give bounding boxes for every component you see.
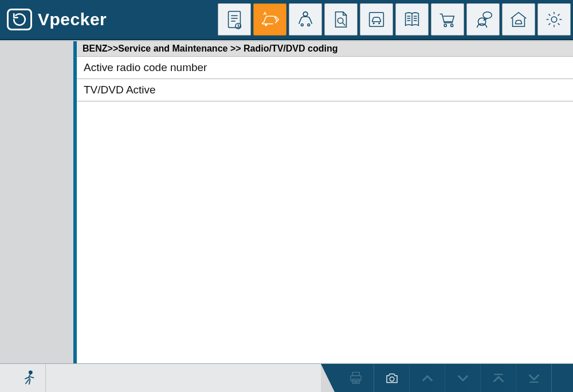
bottom-icon bbox=[525, 370, 543, 387]
scroll-down-button[interactable] bbox=[445, 364, 480, 392]
vehicle-icon bbox=[366, 9, 387, 30]
footer-left bbox=[0, 364, 321, 392]
feedback-icon bbox=[472, 9, 494, 30]
up-icon bbox=[419, 370, 436, 387]
main-area: BENZ>>Service and Maintenance >> Radio/T… bbox=[0, 40, 573, 363]
car-diag-icon bbox=[259, 9, 281, 30]
menu-list: Active radio code number TV/DVD Active bbox=[77, 57, 573, 101]
svg-point-22 bbox=[444, 24, 446, 26]
svg-point-34 bbox=[390, 377, 394, 381]
svg-point-13 bbox=[373, 22, 375, 24]
footer-right bbox=[321, 364, 573, 392]
down-icon bbox=[454, 370, 472, 387]
footer-bar bbox=[0, 363, 573, 392]
exit-button[interactable] bbox=[11, 364, 46, 392]
svg-point-7 bbox=[308, 24, 310, 26]
brand-logo: Vpecker bbox=[7, 9, 107, 30]
svg-point-23 bbox=[451, 24, 453, 26]
svg-point-6 bbox=[301, 24, 303, 26]
svg-point-25 bbox=[483, 12, 492, 18]
back-button[interactable] bbox=[551, 364, 573, 392]
print-icon bbox=[347, 370, 364, 387]
scroll-bottom-button[interactable] bbox=[516, 364, 551, 392]
report-icon bbox=[223, 9, 245, 30]
left-sidebar bbox=[0, 41, 73, 363]
camera-icon bbox=[383, 370, 401, 387]
shop-icon bbox=[437, 9, 458, 30]
back-icon bbox=[571, 370, 574, 387]
brand-name: Vpecker bbox=[38, 10, 107, 29]
svg-point-14 bbox=[378, 22, 380, 24]
toolbar-report[interactable] bbox=[218, 3, 251, 36]
brand-mark-icon bbox=[7, 9, 32, 30]
svg-point-27 bbox=[551, 17, 557, 22]
lookup-icon bbox=[330, 9, 352, 30]
breadcrumb: BENZ>>Service and Maintenance >> Radio/T… bbox=[77, 41, 573, 57]
scroll-up-button[interactable] bbox=[409, 364, 445, 392]
scroll-top-button[interactable] bbox=[480, 364, 516, 392]
svg-rect-29 bbox=[352, 372, 359, 375]
service-icon bbox=[295, 9, 316, 30]
garage-icon bbox=[508, 9, 529, 30]
toolbar-feedback[interactable] bbox=[466, 3, 500, 36]
toolbar-lookup[interactable] bbox=[324, 3, 358, 36]
toolbar-manual[interactable] bbox=[395, 3, 429, 36]
toolbar-diagnose[interactable] bbox=[253, 3, 286, 36]
screenshot-button[interactable] bbox=[374, 364, 409, 392]
list-item[interactable]: Active radio code number bbox=[77, 57, 573, 79]
content-panel: BENZ>>Service and Maintenance >> Radio/T… bbox=[73, 41, 573, 363]
svg-rect-11 bbox=[370, 13, 384, 27]
toolbar-vehicle[interactable] bbox=[360, 3, 393, 36]
svg-point-9 bbox=[337, 18, 343, 23]
list-item[interactable]: TV/DVD Active bbox=[77, 79, 573, 101]
top-icon bbox=[490, 370, 507, 387]
toolbar-shop[interactable] bbox=[431, 3, 464, 36]
running-man-icon bbox=[19, 369, 38, 388]
toolbar-settings[interactable] bbox=[537, 3, 571, 36]
toolbar-garage[interactable] bbox=[502, 3, 535, 36]
app-header: Vpecker bbox=[0, 0, 573, 40]
print-button[interactable] bbox=[338, 364, 374, 392]
svg-line-10 bbox=[343, 23, 346, 26]
svg-point-5 bbox=[265, 23, 267, 26]
settings-icon bbox=[543, 9, 565, 30]
manual-icon bbox=[401, 9, 423, 30]
top-toolbar bbox=[218, 3, 571, 36]
toolbar-service[interactable] bbox=[289, 3, 322, 36]
